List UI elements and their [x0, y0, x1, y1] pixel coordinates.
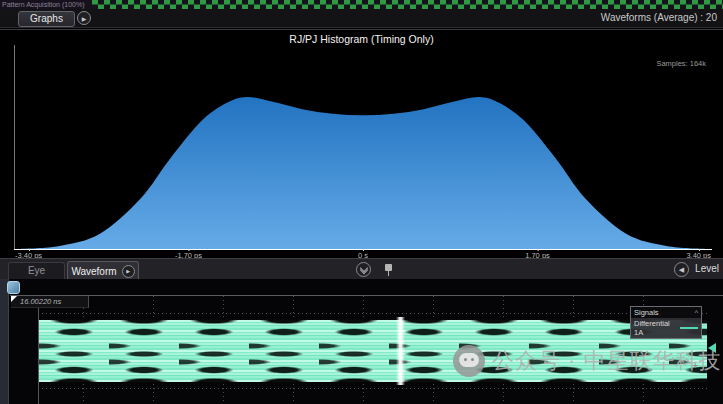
waveform-tab-bar: Eye Waveform ▶ ◀ Level [0, 258, 723, 279]
histogram-panel: RJ/PJ Histogram (Timing Only) Samples: 1… [0, 29, 723, 258]
histogram-title: RJ/PJ Histogram (Timing Only) [0, 33, 723, 45]
tab-waveform-label: Waveform [71, 266, 116, 277]
pattern-acquisition-label: Pattern Acquisition (100%) [2, 0, 85, 9]
scroll-left-button[interactable]: ◀ [674, 262, 689, 277]
signals-panel: Signals ^ Differential 1A [630, 306, 702, 339]
play-icon: ▶ [126, 268, 130, 274]
tab-graphs[interactable]: Graphs [18, 11, 75, 27]
waveform-menu-button[interactable]: ▶ [122, 265, 135, 278]
histogram-area [19, 97, 707, 249]
gridline [38, 388, 707, 389]
left-toolbar-strip [0, 279, 9, 404]
watermark: 公众号 · 中星联华科技 [453, 343, 722, 379]
pin-icon[interactable] [385, 264, 392, 271]
tab-graphs-label: Graphs [30, 13, 63, 24]
graphs-menu-button[interactable]: ▶ [77, 11, 91, 25]
top-bar: Graphs ▶ Waveforms (Average) : 20 [0, 9, 723, 28]
signal-item-label: Differential 1A [634, 319, 680, 337]
play-icon: ▶ [82, 15, 87, 22]
chevron-up-icon: ^ [695, 309, 698, 316]
waveform-panel: 16.00220 ns Signals ^ Differential 1A + … [0, 279, 723, 404]
signal-item[interactable]: Differential 1A [631, 318, 701, 338]
histogram-y-axis [14, 45, 15, 250]
plot-top-border [10, 295, 723, 296]
signal-color-swatch [680, 327, 698, 329]
pattern-acquisition-strip: Pattern Acquisition (100%) [0, 0, 723, 9]
level-label[interactable]: Level [695, 263, 719, 274]
signals-title: Signals [634, 308, 659, 317]
cursor-highlight[interactable] [396, 317, 405, 385]
rjpj-histogram-chart[interactable] [14, 45, 712, 251]
collapse-panel-button[interactable] [356, 262, 371, 277]
tab-eye[interactable]: Eye [8, 262, 65, 280]
waveforms-average-status: Waveforms (Average) : 20 [601, 12, 717, 23]
tab-waveform[interactable]: Waveform ▶ [67, 261, 139, 280]
marker-tool-button[interactable] [7, 281, 20, 294]
time-scale-box: 16.00220 ns [11, 296, 89, 308]
watermark-text: 公众号 · 中星联华科技 [492, 346, 722, 376]
bit-pattern-graphic [92, 0, 723, 9]
corner-marker [11, 296, 17, 302]
signals-header[interactable]: Signals ^ [631, 307, 701, 318]
signal-analyzer-window: Pattern Acquisition (100%) Graphs ▶ Wave… [0, 0, 723, 404]
gridline [38, 313, 707, 314]
arrow-left-icon: ◀ [679, 266, 684, 274]
tab-eye-label: Eye [28, 265, 45, 276]
chat-bubble-icon [459, 353, 479, 367]
wechat-logo-icon [453, 345, 485, 377]
time-scale-label: 16.00220 ns [20, 297, 61, 306]
